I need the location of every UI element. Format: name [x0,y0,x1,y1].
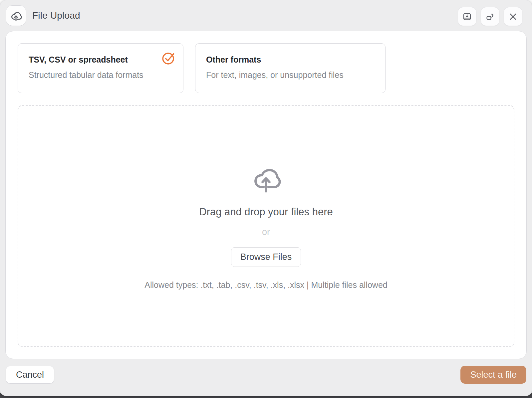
popout-button[interactable] [481,7,499,26]
download-button[interactable] [458,7,476,26]
file-upload-dialog: File Upload [0,0,532,396]
format-options: TSV, CSV or spreadsheet Structured tabul… [18,43,514,93]
browse-files-button[interactable]: Browse Files [231,247,301,267]
format-option-tabular[interactable]: TSV, CSV or spreadsheet Structured tabul… [18,43,183,93]
allowed-types-text: Allowed types: .txt, .tab, .csv, .tsv, .… [144,280,387,290]
cloud-upload-icon [10,9,22,22]
dropzone-heading: Drag and drop your files here [199,206,333,218]
dialog-footer: Cancel Select a file [6,366,526,384]
dropzone-or-separator: or [262,227,270,237]
format-option-subtitle: Structured tabular data formats [29,70,172,80]
dialog-icon-badge [6,5,26,26]
titlebar-actions [458,7,522,26]
dialog-content-panel: TSV, CSV or spreadsheet Structured tabul… [5,31,527,359]
format-option-title: Other formats [206,55,375,65]
format-option-subtitle: For text, images, or unsupported files [206,70,375,80]
dropzone[interactable]: Drag and drop your files here or Browse … [18,105,514,347]
format-option-title: TSV, CSV or spreadsheet [29,55,172,65]
download-icon [462,12,472,22]
select-file-button[interactable]: Select a file [460,366,526,384]
format-option-other[interactable]: Other formats For text, images, or unsup… [195,43,386,93]
check-circle-icon [161,50,176,66]
cloud-upload-icon [249,162,283,194]
close-icon [508,12,518,22]
dialog-titlebar: File Upload [0,0,532,31]
popout-icon [485,12,495,22]
close-button[interactable] [504,7,522,26]
cancel-button[interactable]: Cancel [6,366,54,384]
dialog-title: File Upload [32,0,80,31]
